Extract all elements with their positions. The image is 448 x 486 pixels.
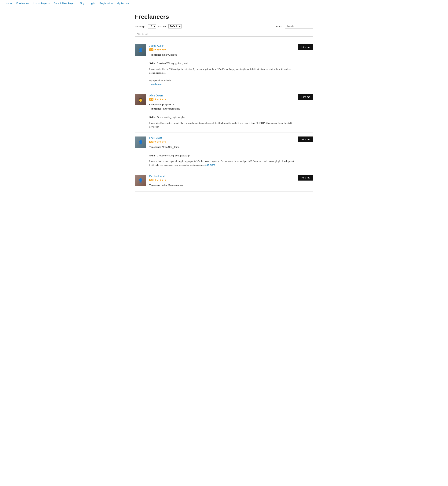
read-more-link[interactable]: ...read more <box>149 83 162 86</box>
timezone-value: Indian/Chagos <box>162 54 177 56</box>
filter-bar[interactable]: Filter by skill <box>135 32 313 37</box>
rating-badge: 4.8 <box>149 49 153 51</box>
freelancer-name[interactable]: Declan Hurst <box>149 175 295 178</box>
rating-row: 4.8 ★★★★★ <box>149 48 295 51</box>
timezone-label: Timezone: <box>149 146 161 148</box>
freelancer-info: Jacob Austin 4.8 ★★★★★ Timezone: Indian/… <box>149 44 295 86</box>
sort-label: Sort by: <box>158 25 167 28</box>
rating-row: 4.9 ★★★★★ <box>149 98 295 101</box>
star-rating: ★★★★★ <box>154 178 167 182</box>
page-divider <box>135 11 143 11</box>
skills-value: Ghost Writing, python, php <box>157 116 185 119</box>
bio-text: I am a web developer specializing in hig… <box>149 160 295 166</box>
nav-freelancers[interactable]: Freelancers <box>16 2 29 5</box>
completed-projects-label: Completed projects: <box>149 103 172 106</box>
per-page-label: Per Page: <box>135 25 146 28</box>
rating-row: 4.9 ★★★★★ <box>149 178 295 182</box>
main-content: Freelancers Per Page: 10 20 50 Sort by: … <box>129 7 319 195</box>
controls-row: Per Page: 10 20 50 Sort by: Default Rati… <box>135 24 313 29</box>
freelancer-meta: Timezone: Indian/Chagos Skills: Creative… <box>149 53 295 66</box>
rating-row: 4.9 ★★★★★ <box>149 140 295 144</box>
skills-label: Skills: <box>149 154 156 157</box>
controls-right: Search <box>275 24 313 29</box>
per-page-select[interactable]: 10 20 50 <box>148 24 156 28</box>
timezone-label: Timezone: <box>149 54 161 56</box>
nav-registration[interactable]: Registration <box>100 2 113 5</box>
freelancer-bio: I am a web developer specializing in hig… <box>149 159 295 167</box>
freelancer-name[interactable]: Alice Owen <box>149 94 295 97</box>
skills-label: Skills: <box>149 62 156 65</box>
skills-label: Skills: <box>149 116 156 119</box>
skills-value: Creative Writing, seo, javascript <box>157 154 190 157</box>
freelancer-name[interactable]: Lee Hewitt <box>149 137 295 140</box>
hire-me-button[interactable]: Hire me <box>298 175 313 181</box>
main-nav: Home Freelancers List of Projects Submit… <box>0 0 448 7</box>
page-title: Freelancers <box>135 13 313 20</box>
rating-badge: 4.9 <box>149 141 153 143</box>
hire-me-button[interactable]: Hire me <box>298 44 313 50</box>
freelancer-card: 👤 Declan Hurst 4.9 ★★★★★ Timezone: India… <box>135 171 313 191</box>
bio-specialties: My specialties include: <box>149 79 171 82</box>
timezone-value: Africa/Sao_Tome <box>161 146 179 148</box>
search-input[interactable] <box>285 24 313 29</box>
controls-left: Per Page: 10 20 50 Sort by: Default Rati… <box>135 24 182 28</box>
star-rating: ★★★★★ <box>154 98 167 101</box>
freelancer-meta: Completed projects: 1 Timezone: Pacific/… <box>149 103 295 120</box>
star-rating: ★★★★★ <box>154 140 167 144</box>
hire-me-button[interactable]: Hire me <box>298 137 313 142</box>
nav-home[interactable]: Home <box>6 2 12 5</box>
freelancer-name[interactable]: Jacob Austin <box>149 44 295 47</box>
completed-projects-value: 1 <box>173 103 174 106</box>
nav-list-projects[interactable]: List of Projects <box>33 2 50 5</box>
freelancer-card: 👩 Alice Owen 4.9 ★★★★★ Completed project… <box>135 90 313 133</box>
read-more-link[interactable]: read more <box>205 164 215 166</box>
sort-select[interactable]: Default Rating Name <box>168 24 182 28</box>
bio-text: I have worked in the Web design industry… <box>149 68 291 74</box>
freelancers-list: 👤 Jacob Austin 4.8 ★★★★★ Timezone: India… <box>135 41 313 191</box>
nav-submit-project[interactable]: Submit New Project <box>54 2 75 5</box>
avatar: 👩 <box>135 94 146 105</box>
avatar: 👤 <box>135 44 146 56</box>
freelancer-card: 👤 Jacob Austin 4.8 ★★★★★ Timezone: India… <box>135 41 313 90</box>
freelancer-meta: Timezone: Africa/Sao_Tome Skills: Creati… <box>149 145 295 158</box>
freelancer-info: Alice Owen 4.9 ★★★★★ Completed projects:… <box>149 94 295 129</box>
timezone-label: Timezone: <box>149 107 161 110</box>
rating-badge: 4.9 <box>149 179 153 181</box>
timezone-value: Pacific/Rarotonga <box>162 107 180 110</box>
freelancer-info: Declan Hurst 4.9 ★★★★★ Timezone: Indian/… <box>149 175 295 188</box>
freelancer-bio: I am a WordPress tested expert. I have a… <box>149 121 295 129</box>
star-rating: ★★★★★ <box>154 48 167 51</box>
bio-text: I am a WordPress tested expert. I have a… <box>149 122 292 128</box>
filter-placeholder: Filter by skill <box>137 33 149 35</box>
freelancer-card: 👤 Lee Hewitt 4.9 ★★★★★ Timezone: Africa/… <box>135 133 313 171</box>
avatar: 👤 <box>135 137 146 148</box>
freelancer-meta: Timezone: Indian/Antananarivo <box>149 183 295 188</box>
freelancer-bio: I have worked in the Web design industry… <box>149 67 295 86</box>
nav-my-account[interactable]: My Account <box>117 2 129 5</box>
skills-value: Creative Writing, python, html <box>157 62 188 65</box>
avatar: 👤 <box>135 175 146 186</box>
hire-me-button[interactable]: Hire me <box>298 94 313 100</box>
search-label: Search <box>275 25 283 28</box>
nav-blog[interactable]: Blog <box>80 2 84 5</box>
timezone-label: Timezone: <box>149 184 161 187</box>
rating-badge: 4.9 <box>149 98 153 101</box>
nav-login[interactable]: Log In <box>88 2 96 5</box>
freelancer-info: Lee Hewitt 4.9 ★★★★★ Timezone: Africa/Sa… <box>149 137 295 167</box>
timezone-value: Indian/Antananarivo <box>162 184 183 187</box>
